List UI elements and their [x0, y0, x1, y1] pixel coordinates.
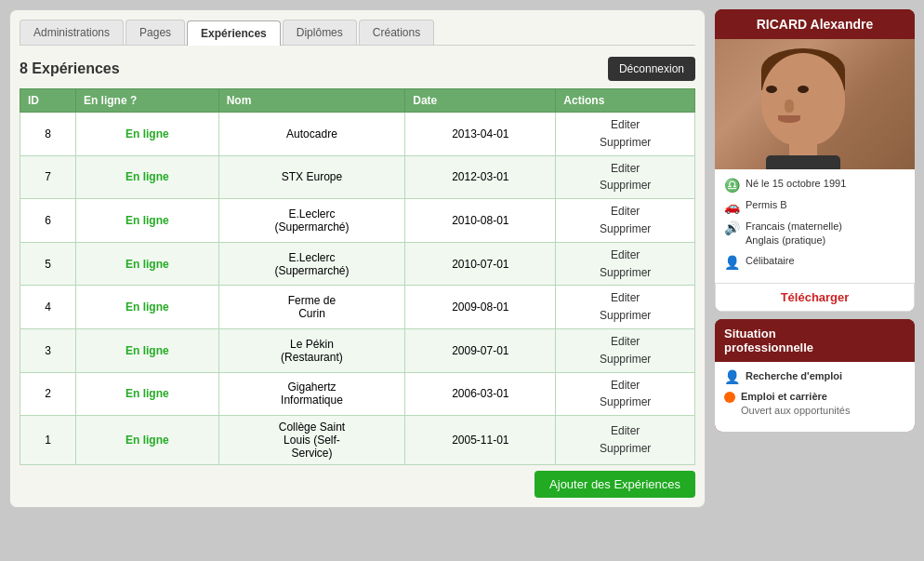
deconnexion-button[interactable]: Déconnexion: [608, 57, 695, 81]
status-text: Célibataire: [746, 254, 795, 268]
editer-link[interactable]: Editer: [611, 423, 640, 439]
eye-right: [798, 86, 809, 93]
add-btn-row: Ajouter des Expériences: [20, 471, 695, 498]
cell-nom: Autocadre: [218, 113, 405, 156]
cell-actions: EditerSupprimer: [556, 199, 695, 243]
cell-id: 4: [20, 286, 76, 329]
situation-emploi: Emploi et carrière Ouvert aux opportunit…: [724, 390, 905, 419]
cell-nom: STX Europe: [218, 155, 405, 199]
cell-date: 2005-11-01: [405, 416, 556, 465]
editer-link[interactable]: Editer: [611, 290, 640, 306]
cell-nom: Gigahertz Informatique: [218, 372, 405, 416]
situation-title: Situationprofessionnelle: [715, 319, 915, 362]
cell-en-ligne: En ligne: [75, 199, 218, 243]
supprimer-link[interactable]: Supprimer: [600, 135, 651, 151]
supprimer-link[interactable]: Supprimer: [600, 352, 651, 367]
cell-en-ligne: En ligne: [75, 328, 218, 372]
cell-en-ligne: En ligne: [75, 286, 218, 329]
info-birthday: ♎ Né le 15 octobre 1991: [724, 177, 905, 193]
supprimer-link[interactable]: Supprimer: [600, 394, 651, 410]
language-icon: 🔊: [724, 220, 740, 235]
supprimer-link[interactable]: Supprimer: [600, 221, 651, 237]
emploi-dot-icon: [724, 392, 735, 403]
birthday-icon: ♎: [724, 178, 740, 193]
cell-date: 2010-07-01: [405, 242, 556, 286]
info-status: 👤 Célibataire: [724, 254, 905, 270]
tab-creations[interactable]: Créations: [359, 20, 434, 45]
recherche-text: Recherche d'emploi: [746, 369, 842, 383]
left-panel: Administrations Pages Expériences Diplôm…: [9, 9, 706, 508]
editer-link[interactable]: Editer: [611, 204, 640, 220]
cell-actions: EditerSupprimer: [556, 113, 695, 156]
col-header-nom: Nom: [218, 89, 405, 113]
section-title: 8 Expériences: [20, 60, 120, 77]
col-header-actions: Actions: [556, 89, 695, 113]
editer-link[interactable]: Editer: [611, 378, 640, 394]
cell-en-ligne: En ligne: [75, 113, 218, 156]
tab-pages[interactable]: Pages: [125, 20, 185, 45]
cell-id: 2: [20, 372, 76, 416]
experiences-table: ID En ligne ? Nom Date Actions 8En ligne…: [20, 88, 695, 465]
info-permis: 🚗 Permis B: [724, 198, 905, 214]
situation-card: Situationprofessionnelle 👤 Recherche d'e…: [715, 319, 915, 432]
supprimer-link[interactable]: Supprimer: [600, 265, 651, 281]
photo-placeholder: [715, 39, 915, 169]
face-mouth: [778, 115, 800, 123]
supprimer-link[interactable]: Supprimer: [600, 308, 651, 324]
cell-actions: EditerSupprimer: [556, 328, 695, 372]
cell-date: 2006-03-01: [405, 372, 556, 416]
permis-text: Permis B: [746, 198, 787, 212]
cell-date: 2013-04-01: [405, 113, 556, 156]
cell-id: 7: [20, 155, 76, 199]
cell-actions: EditerSupprimer: [556, 416, 695, 465]
info-languages: 🔊 Francais (maternelle)Anglais (pratique…: [724, 220, 905, 248]
cell-date: 2009-08-01: [405, 286, 556, 329]
emploi-text: Emploi et carrière Ouvert aux opportunit…: [741, 390, 850, 419]
supprimer-link[interactable]: Supprimer: [600, 441, 651, 457]
cell-nom: Ferme de Curin: [218, 286, 405, 329]
table-row: 8En ligneAutocadre2013-04-01EditerSuppri…: [20, 113, 695, 156]
tab-administrations[interactable]: Administrations: [20, 20, 124, 45]
languages-text: Francais (maternelle)Anglais (pratique): [746, 220, 842, 248]
person-icon: 👤: [724, 255, 740, 270]
cell-en-ligne: En ligne: [75, 242, 218, 286]
cell-id: 6: [20, 199, 76, 243]
cell-nom: Le Pékin (Restaurant): [218, 328, 405, 372]
table-row: 6En ligneE.Leclerc (Supermarché)2010-08-…: [20, 199, 695, 243]
face-illustration: [747, 48, 859, 169]
cell-date: 2009-07-01: [405, 328, 556, 372]
profile-card: RICARD Alexandre: [715, 9, 915, 312]
face-shirt: [766, 155, 840, 169]
cell-en-ligne: En ligne: [75, 416, 218, 465]
supprimer-link[interactable]: Supprimer: [600, 178, 651, 194]
editer-link[interactable]: Editer: [611, 117, 640, 133]
col-header-date: Date: [405, 89, 556, 113]
table-row: 7En ligneSTX Europe2012-03-01EditerSuppr…: [20, 155, 695, 199]
cell-id: 8: [20, 113, 76, 156]
situation-body: 👤 Recherche d'emploi Emploi et carrière …: [715, 362, 915, 432]
editer-link[interactable]: Editer: [611, 161, 640, 177]
col-header-id: ID: [20, 89, 76, 113]
cell-en-ligne: En ligne: [75, 155, 218, 199]
face-head: [761, 53, 845, 146]
add-experience-button[interactable]: Ajouter des Expériences: [535, 471, 695, 498]
tab-diplomes[interactable]: Diplômes: [283, 20, 357, 45]
table-row: 3En ligneLe Pékin (Restaurant)2009-07-01…: [20, 328, 695, 372]
cell-actions: EditerSupprimer: [556, 286, 695, 329]
car-icon: 🚗: [724, 199, 740, 214]
eye-left: [766, 86, 777, 93]
tab-experiences[interactable]: Expériences: [187, 20, 281, 46]
profile-info: ♎ Né le 15 octobre 1991 🚗 Permis B 🔊 Fra…: [715, 169, 915, 283]
cell-nom: Collège Saint Louis (Self- Service): [218, 416, 405, 465]
cell-en-ligne: En ligne: [75, 372, 218, 416]
editer-link[interactable]: Editer: [611, 247, 640, 263]
cell-nom: E.Leclerc (Supermarché): [218, 199, 405, 243]
telecharger-button[interactable]: Télécharger: [715, 283, 915, 312]
profile-name: RICARD Alexandre: [715, 9, 915, 39]
table-row: 5En ligneE.Leclerc (Supermarché)2010-07-…: [20, 242, 695, 286]
cell-nom: E.Leclerc (Supermarché): [218, 242, 405, 286]
recherche-icon: 👤: [724, 369, 740, 384]
face-nose: [785, 100, 794, 113]
cell-date: 2012-03-01: [405, 155, 556, 199]
editer-link[interactable]: Editer: [611, 334, 640, 350]
